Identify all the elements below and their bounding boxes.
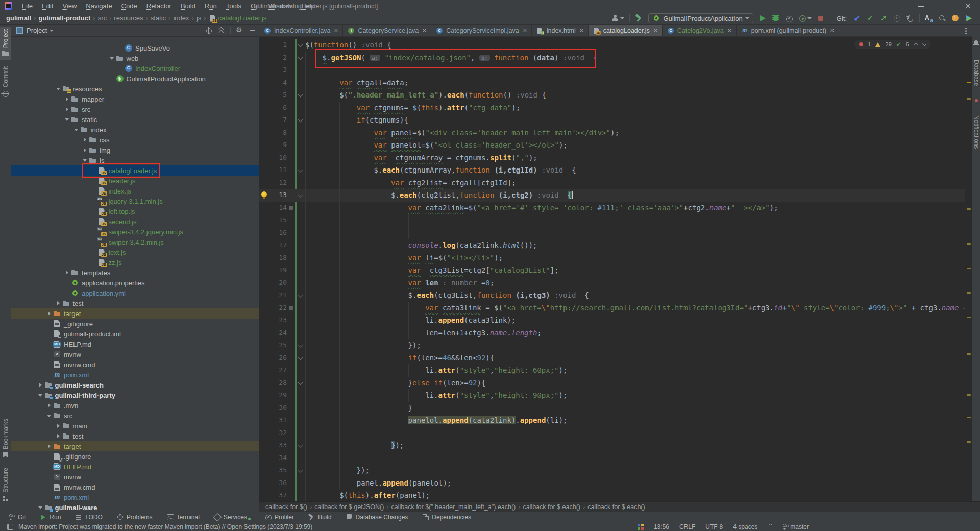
git-branch-name[interactable]: master — [790, 523, 809, 530]
tree-arrow-icon[interactable] — [64, 95, 71, 103]
error-stripe-mark[interactable] — [967, 268, 971, 269]
menu-view[interactable]: View — [58, 0, 81, 12]
tree-arrow-icon[interactable] — [55, 432, 62, 440]
git-update-button[interactable] — [853, 14, 861, 22]
code-line-28[interactable]: 28}else if(len>=92){ — [259, 377, 965, 390]
fold-icon[interactable] — [298, 55, 303, 60]
menu-tools[interactable]: Tools — [222, 0, 246, 12]
inspections-widget[interactable]: 1 29 ✓ 6 — [854, 40, 931, 49]
stripe-item-project[interactable]: Project — [0, 27, 11, 60]
tree-item-secend.js[interactable]: JSsecend.js — [11, 216, 259, 227]
hide-panel-icon[interactable] — [248, 27, 256, 35]
code-line-32[interactable]: 32 — [259, 427, 965, 440]
tree-item-test[interactable]: test — [11, 298, 259, 308]
code-line-6[interactable]: 6var ctgnums= $(this).attr("ctg-data"); — [259, 102, 965, 114]
close-icon[interactable] — [957, 0, 980, 12]
tool-window-button-problems[interactable]: Problems — [117, 514, 153, 521]
fold-icon[interactable] — [298, 355, 303, 360]
tree-item-static[interactable]: static — [11, 114, 259, 125]
status-time[interactable]: 13:56 — [654, 523, 669, 530]
tree-arrow-icon[interactable] — [82, 157, 89, 164]
tree-arrow-icon[interactable] — [82, 136, 89, 143]
breadcrumb-item-index[interactable]: index — [173, 14, 189, 22]
tab-CategoryService.java[interactable]: ICategoryService.java — [343, 25, 431, 36]
stripe-item-bookmarks[interactable]: Bookmarks — [0, 416, 11, 461]
run-with-coverage-button[interactable] — [798, 14, 806, 22]
plugin-icon[interactable] — [965, 14, 973, 22]
fold-icon[interactable] — [298, 92, 303, 98]
tree-arrow-icon[interactable] — [82, 147, 89, 154]
tree-item-img[interactable]: img — [11, 145, 259, 155]
menu-file[interactable]: File — [17, 0, 37, 12]
tool-window-button-build[interactable]: Build — [308, 514, 332, 521]
git-push-button[interactable] — [879, 14, 888, 22]
close-tab-icon[interactable] — [579, 28, 584, 33]
tree-arrow-icon[interactable] — [64, 269, 71, 276]
tree-item-templates[interactable]: templates — [11, 268, 259, 278]
tree-item-main[interactable]: main — [11, 421, 259, 431]
chevron-down-icon[interactable] — [50, 30, 54, 32]
tree-arrow-icon[interactable] — [55, 300, 62, 307]
tree-arrow-icon[interactable] — [37, 392, 44, 399]
tree-item-pom.xml[interactable]: mpom.xml — [11, 370, 259, 380]
code-line-15[interactable]: 15 — [259, 214, 965, 227]
stripe-item-database[interactable]: Database — [973, 60, 980, 86]
bookmark-icon[interactable] — [289, 306, 293, 310]
tool-window-button-database-changes[interactable]: Database Changes — [346, 514, 408, 521]
code-line-4[interactable]: 4var ctgall=data; — [259, 77, 965, 89]
search-icon[interactable] — [938, 14, 946, 22]
code-line-8[interactable]: 8var panel=$("<div class='header_main_le… — [259, 127, 965, 139]
code-line-23[interactable]: 23li.append(cata3link); — [259, 314, 965, 327]
error-stripe-mark[interactable] — [967, 417, 971, 418]
code-editor[interactable]: 1$(function() :void {2$.getJSON( a: "ind… — [259, 37, 972, 501]
fold-icon[interactable] — [298, 443, 303, 448]
code-line-13[interactable]: 13$.each(ctg2list,function (i,ctg2) :voi… — [259, 189, 965, 202]
menu-build[interactable]: Build — [176, 0, 200, 12]
fold-icon[interactable] — [298, 468, 303, 473]
tree-item-zz.js[interactable]: JSzz.js — [11, 257, 259, 268]
tree-arrow-icon[interactable] — [73, 126, 80, 133]
breadcrumb-item-gulimall-product[interactable]: gulimall-product — [38, 14, 90, 22]
editor-breadcrumb-item[interactable]: callback for $.each() — [587, 503, 645, 511]
more-options-icon[interactable] — [965, 28, 967, 29]
minimize-icon[interactable] — [910, 0, 933, 12]
tree-item-test[interactable]: test — [11, 431, 259, 441]
tool-window-button-services[interactable]: Services — [214, 514, 251, 521]
tool-window-button-git[interactable]: Git — [8, 514, 26, 521]
encoding-indicator[interactable]: UTF-8 — [705, 523, 723, 530]
tree-item-gulimall-search[interactable]: gulimall-search — [11, 380, 259, 390]
code-line-33[interactable]: 33}); — [259, 439, 965, 452]
tab-Catelog2Vo.java[interactable]: CCatelog2Vo.java — [663, 25, 737, 36]
tree-item-.gitignore[interactable]: .gitignore — [11, 451, 259, 462]
tree-item-SpuSaveVo[interactable]: CSpuSaveVo — [11, 43, 259, 53]
close-tab-icon[interactable] — [334, 28, 338, 33]
code-line-34[interactable]: 34 — [259, 452, 965, 465]
fold-icon[interactable] — [298, 167, 303, 173]
code-line-37[interactable]: 37$(this).after(panel); — [259, 489, 965, 501]
tool-window-button-run[interactable]: Run — [40, 514, 61, 521]
run-configuration-select[interactable]: GulimallProductApplication — [648, 13, 753, 23]
git-rollback-button[interactable] — [906, 14, 914, 22]
error-stripe-mark[interactable] — [967, 394, 971, 396]
stripe-item-notifications[interactable]: Notifications — [973, 115, 980, 149]
tree-item-web[interactable]: web — [11, 53, 259, 63]
error-stripe[interactable] — [965, 74, 972, 501]
prev-problem-icon[interactable] — [914, 42, 918, 46]
build-hammer-icon[interactable] — [635, 14, 643, 22]
user-icon[interactable] — [611, 14, 619, 22]
menu-run[interactable]: Run — [200, 0, 222, 12]
indent-indicator[interactable]: 4 spaces — [733, 523, 757, 530]
tree-item-css[interactable]: css — [11, 135, 259, 145]
tree-arrow-icon[interactable] — [46, 443, 53, 450]
code-line-10[interactable]: 10var ctgnumArray = ctgnums.split(","); — [259, 152, 965, 164]
project-panel-title[interactable]: Project — [27, 27, 47, 34]
tree-item-application.properties[interactable]: application.properties — [11, 278, 259, 288]
tree-item-target[interactable]: target — [11, 441, 259, 451]
tree-arrow-icon[interactable] — [46, 402, 53, 409]
stop-button[interactable] — [817, 14, 825, 22]
tree-item-gulimall-ware[interactable]: gulimall-ware — [11, 502, 259, 512]
error-stripe-mark[interactable] — [967, 243, 971, 245]
tree-item-HELP.md[interactable]: MDHELP.md — [11, 462, 259, 472]
code-line-19[interactable]: 19var ctg3List=ctg2["catalog3List"]; — [259, 264, 965, 277]
tree-item-application.yml[interactable]: application.yml — [11, 288, 259, 298]
